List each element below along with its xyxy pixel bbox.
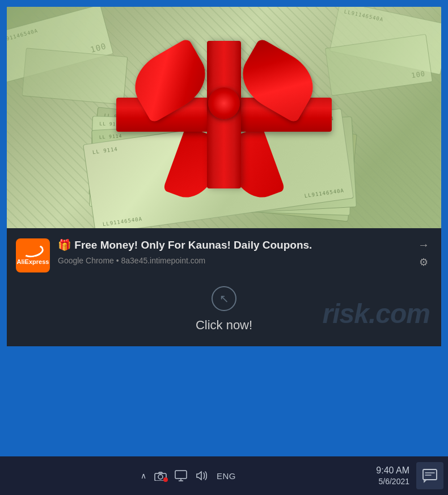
language-indicator[interactable]: ENG: [217, 471, 236, 481]
cursor-icon: ↖: [219, 292, 229, 305]
outer-border: LL91146540A 100 LL91146540A 100 LL 911 1…: [0, 0, 448, 495]
bow-center-knot: [208, 87, 240, 119]
ribbon-bow: [116, 41, 332, 200]
notification-source: Google Chrome • 8a3e45.intimepoint.com: [58, 256, 407, 265]
cursor-circle: ↖: [212, 286, 236, 311]
notification-text-area: 🎁 Free Money! Only For Kaunas! Daily Cou…: [58, 238, 407, 265]
record-indicator: [163, 477, 168, 482]
taskbar-system-tray: ∧: [141, 470, 236, 481]
click-now-button[interactable]: Click now!: [196, 318, 252, 333]
action-center-button[interactable]: [416, 462, 443, 489]
arrow-right-icon[interactable]: →: [418, 238, 429, 251]
notification-panel: AliExpress 🎁 Free Money! Only For Kaunas…: [7, 228, 441, 346]
app-icon-label: AliExpress: [17, 258, 49, 266]
svg-rect-3: [423, 469, 437, 480]
source-separator: •: [116, 256, 121, 265]
app-icon: AliExpress: [16, 238, 50, 272]
source-browser: Google Chrome: [58, 256, 114, 265]
source-domain: 8a3e45.intimepoint.com: [121, 256, 206, 265]
notification-action: ↖ Click now!: [16, 286, 432, 333]
speaker-tray-icon[interactable]: [195, 470, 209, 481]
main-content: LL91146540A 100 LL91146540A 100 LL 911 1…: [7, 7, 441, 456]
clock-date: 5/6/2021: [376, 476, 409, 486]
svg-point-1: [158, 475, 163, 479]
monitor-tray-icon[interactable]: [175, 470, 187, 481]
bg-bill-3: [22, 48, 128, 104]
notification-controls: → ⚙: [415, 238, 432, 269]
aliexpress-smile-icon: [21, 243, 44, 259]
gear-icon[interactable]: ⚙: [419, 256, 428, 269]
taskbar: ∧: [0, 456, 448, 495]
notification-title: 🎁 Free Money! Only For Kaunas! Daily Cou…: [58, 238, 407, 253]
notification-top: AliExpress 🎁 Free Money! Only For Kaunas…: [16, 238, 432, 272]
camera-tray-icon[interactable]: [154, 471, 167, 481]
system-tray-expand-icon[interactable]: ∧: [141, 471, 146, 480]
money-image: LL91146540A 100 LL91146540A 100 LL 911 1…: [7, 7, 441, 228]
taskbar-clock: 9:40 AM 5/6/2021: [376, 465, 409, 487]
clock-time: 9:40 AM: [376, 465, 409, 477]
svg-rect-2: [175, 471, 187, 479]
